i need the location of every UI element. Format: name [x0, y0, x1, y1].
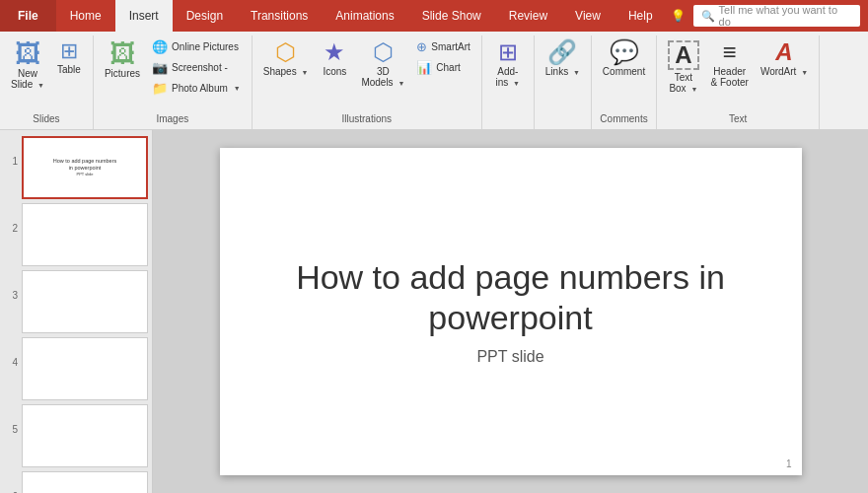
slide-item-4: 4 [4, 337, 148, 400]
images-group-label: Images [156, 111, 188, 127]
slide-number-5: 5 [4, 404, 18, 435]
online-pictures-button[interactable]: 🌐 Online Pictures [147, 37, 246, 56]
ribbon: 🖼 New Slide ▼ ⊞ Table Slides 🖼 Pictures … [0, 32, 868, 130]
slide-thumb-4[interactable] [22, 337, 148, 400]
slide-panel: 1 How to add page numbersin powerpoint P… [0, 130, 153, 493]
table-icon: ⊞ [60, 40, 78, 62]
chart-button[interactable]: 📊 Chart [411, 58, 474, 77]
slide-item-1: 1 How to add page numbersin powerpoint P… [4, 136, 148, 199]
menu-tabs: Home Insert Design Transitions Animation… [56, 0, 868, 32]
addins-icon: ⊞ [498, 40, 518, 64]
new-slide-button[interactable]: 🖼 New Slide ▼ [6, 37, 49, 93]
pictures-button[interactable]: 🖼 Pictures [100, 37, 145, 82]
pictures-icon: 🖼 [109, 40, 135, 66]
online-pictures-icon: 🌐 [152, 39, 168, 54]
text-box-icon: A [668, 40, 698, 70]
ribbon-group-illustrations: ⬡ Shapes ▼ ★ Icons ⬡ 3D Models ▼ ⊕ Smart… [253, 35, 482, 129]
tab-help[interactable]: Help [615, 0, 667, 32]
tab-insert[interactable]: Insert [115, 0, 173, 32]
comments-group-label: Comments [600, 111, 647, 127]
ribbon-group-comments: 💬 Comment Comments [592, 35, 657, 129]
shapes-icon: ⬡ [275, 40, 296, 64]
text-box-button[interactable]: A Text Box ▼ [663, 37, 703, 97]
slide-thumb-1[interactable]: How to add page numbersin powerpoint PPT… [22, 136, 148, 199]
links-button[interactable]: 🔗 Links ▼ [541, 37, 585, 80]
shapes-button[interactable]: ⬡ Shapes ▼ [258, 37, 314, 80]
main-area: 1 How to add page numbersin powerpoint P… [0, 130, 868, 493]
icons-button[interactable]: ★ Icons [315, 37, 354, 80]
ribbon-group-images: 🖼 Pictures 🌐 Online Pictures 📷 Screensho… [94, 35, 253, 129]
slide-subtitle: PPT slide [476, 348, 543, 366]
icons-icon: ★ [324, 40, 345, 64]
slides-group-label: Slides [33, 111, 59, 127]
ribbon-group-addins: ⊞ Add- ins ▼ [482, 35, 535, 129]
tab-home[interactable]: Home [56, 0, 115, 32]
ribbon-group-text: A Text Box ▼ ≡ Header & Footer A WordArt… [657, 35, 820, 129]
slide-title: How to add page numbers in powerpoint [220, 257, 802, 338]
file-menu-button[interactable]: File [0, 0, 56, 32]
slide-canvas[interactable]: How to add page numbers in powerpoint PP… [220, 148, 802, 475]
header-footer-button[interactable]: ≡ Header & Footer [706, 37, 754, 91]
illustrations-group-label: Illustrations [341, 111, 392, 127]
ribbon-group-links: 🔗 Links ▼ [535, 35, 592, 129]
slide-thumb-5[interactable] [22, 404, 148, 467]
search-bar[interactable]: 🔍 Tell me what you want to do [693, 5, 860, 27]
header-footer-icon: ≡ [723, 40, 737, 64]
chart-icon: 📊 [416, 60, 432, 75]
search-placeholder: Tell me what you want to do [719, 4, 848, 28]
slide-item-2: 2 [4, 203, 148, 266]
table-button[interactable]: ⊞ Table [51, 37, 87, 78]
canvas-area: How to add page numbers in powerpoint PP… [153, 130, 868, 493]
slide-number-4: 4 [4, 337, 18, 368]
photo-album-icon: 📁 [152, 81, 168, 96]
slide-item-5: 5 [4, 404, 148, 467]
slide-thumb-2[interactable] [22, 203, 148, 266]
tab-transitions[interactable]: Transitions [237, 0, 322, 32]
tab-review[interactable]: Review [495, 0, 561, 32]
slide-number-1: 1 [4, 136, 18, 167]
slide-number-3: 3 [4, 270, 18, 301]
slide-item-6: 6 [4, 471, 148, 493]
slide-number-6: 6 [4, 471, 18, 493]
links-icon: 🔗 [547, 40, 577, 64]
text-group-label: Text [729, 111, 747, 127]
slide-item-3: 3 [4, 270, 148, 333]
tab-animations[interactable]: Animations [322, 0, 407, 32]
comment-icon: 💬 [610, 40, 639, 64]
wordart-icon: A [775, 40, 792, 64]
slide-thumb-3[interactable] [22, 270, 148, 333]
ribbon-group-slides: 🖼 New Slide ▼ ⊞ Table Slides [0, 35, 94, 129]
smartart-icon: ⊕ [416, 39, 427, 54]
slide-page-number: 1 [786, 458, 792, 469]
tab-view[interactable]: View [561, 0, 615, 32]
slide-thumb-6[interactable] [22, 471, 148, 493]
lightbulb-icon: 💡 [671, 0, 686, 32]
new-slide-icon: 🖼 [15, 40, 40, 66]
wordart-button[interactable]: A WordArt ▼ [756, 37, 813, 80]
tab-slideshow[interactable]: Slide Show [408, 0, 495, 32]
screenshot-icon: 📷 [152, 60, 168, 75]
tab-design[interactable]: Design [173, 0, 237, 32]
title-bar: File Home Insert Design Transitions Anim… [0, 0, 868, 32]
slide-number-2: 2 [4, 203, 18, 234]
screenshot-button[interactable]: 📷 Screenshot - [147, 58, 246, 77]
photo-album-button[interactable]: 📁 Photo Album ▼ [147, 79, 246, 98]
search-icon: 🔍 [701, 10, 715, 23]
addins-button[interactable]: ⊞ Add- ins ▼ [488, 37, 528, 91]
3d-models-icon: ⬡ [373, 40, 394, 64]
comment-button[interactable]: 💬 Comment [598, 37, 650, 80]
3d-models-button[interactable]: ⬡ 3D Models ▼ [356, 37, 409, 91]
smartart-button[interactable]: ⊕ SmartArt [411, 37, 474, 56]
